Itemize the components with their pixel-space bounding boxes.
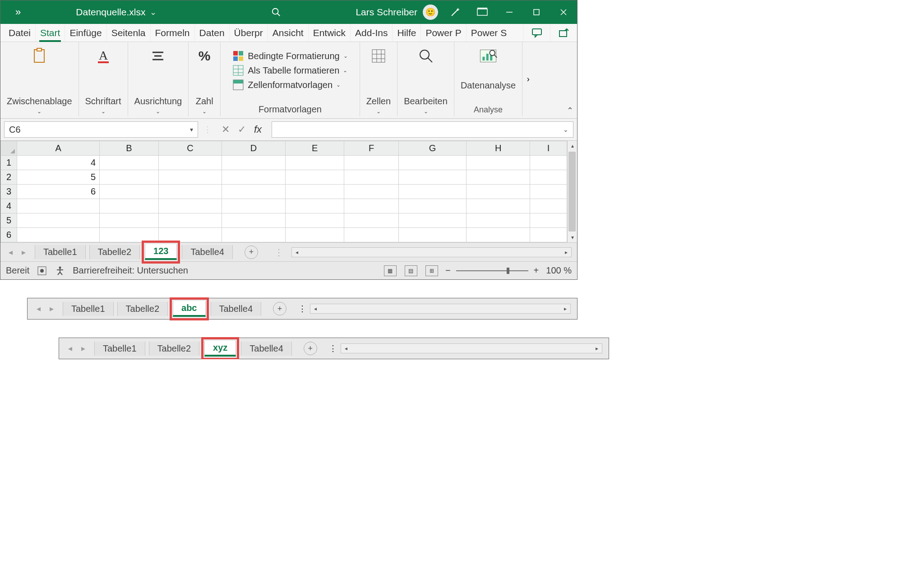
name-box[interactable]: C6 ▾ — [4, 121, 198, 138]
cell[interactable] — [222, 228, 286, 242]
tab-power-pivot[interactable]: Power P — [420, 24, 466, 42]
tab-ansicht[interactable]: Ansicht — [268, 24, 308, 42]
scroll-left-icon[interactable]: ◂ — [310, 306, 320, 312]
chevron-down-icon[interactable]: ▾ — [190, 126, 193, 133]
zoom-slider[interactable]: − + — [445, 265, 539, 276]
cell[interactable] — [158, 185, 222, 199]
row-header[interactable]: 5 — [1, 213, 17, 228]
chevron-down-icon[interactable]: ⌄ — [563, 126, 568, 133]
group-analysis[interactable]: Datenanalyse Analyse — [454, 42, 522, 116]
select-all-corner[interactable] — [1, 141, 17, 156]
cell[interactable] — [285, 199, 344, 213]
cell[interactable] — [344, 213, 398, 228]
collapse-ribbon-button[interactable]: ⌃ — [567, 106, 573, 116]
share-button[interactable] — [550, 24, 577, 42]
sheet-tab[interactable]: Tabelle4 — [182, 245, 233, 259]
cell[interactable] — [467, 170, 530, 185]
cell[interactable] — [100, 213, 159, 228]
cell[interactable] — [222, 185, 286, 199]
cell[interactable] — [344, 228, 398, 242]
cell[interactable] — [222, 213, 286, 228]
add-sheet-button[interactable]: + — [245, 246, 258, 259]
tab-ueberpruefen[interactable]: Überpr — [229, 24, 268, 42]
ribbon-display-button[interactable] — [469, 8, 496, 17]
sheet-nav-prev-icon[interactable]: ◂ — [9, 247, 13, 257]
search-area[interactable] — [196, 7, 356, 17]
cell[interactable] — [100, 199, 159, 213]
row-header[interactable]: 4 — [1, 199, 17, 213]
sheet-tab[interactable]: Tabelle1 — [63, 302, 114, 316]
vertical-scrollbar[interactable]: ▴ ▾ — [567, 141, 577, 242]
sheet-tab[interactable]: Tabelle2 — [149, 342, 200, 356]
cell[interactable] — [530, 213, 567, 228]
tab-power-s[interactable]: Power S — [466, 24, 511, 42]
group-clipboard[interactable]: Zwischenablage⌄ — [0, 42, 79, 116]
cell[interactable] — [158, 213, 222, 228]
scroll-right-icon[interactable]: ▸ — [560, 306, 570, 312]
sheet-nav-prev-icon[interactable]: ◂ — [68, 343, 72, 353]
tab-entwicklertools[interactable]: Entwick — [308, 24, 350, 42]
cell[interactable] — [467, 213, 530, 228]
horizontal-scrollbar[interactable]: ◂ ▸ — [341, 343, 602, 353]
sheet-tab[interactable]: Tabelle4 — [241, 342, 292, 356]
col-header[interactable]: I — [530, 141, 567, 156]
horizontal-scrollbar[interactable]: ◂ ▸ — [310, 304, 571, 314]
cell[interactable] — [398, 185, 467, 199]
formula-input[interactable]: ⌄ — [272, 121, 573, 138]
zoom-thumb[interactable] — [507, 268, 509, 274]
cell[interactable] — [398, 228, 467, 242]
sheet-tab[interactable]: Tabelle4 — [211, 302, 262, 316]
row-header[interactable]: 6 — [1, 228, 17, 242]
avatar[interactable]: 🙂 — [423, 5, 438, 20]
cell[interactable] — [398, 199, 467, 213]
cell[interactable]: 6 — [17, 185, 100, 199]
cell[interactable] — [285, 170, 344, 185]
col-header[interactable]: G — [398, 141, 467, 156]
macro-record-icon[interactable] — [37, 265, 47, 276]
cell[interactable] — [530, 199, 567, 213]
sheet-nav[interactable]: ◂ ▸ — [3, 247, 31, 257]
quick-access-overflow[interactable]: » — [0, 6, 37, 18]
cell[interactable] — [222, 170, 286, 185]
cell[interactable] — [100, 156, 159, 170]
cell[interactable] — [530, 156, 567, 170]
add-sheet-button[interactable]: + — [273, 302, 286, 315]
cell[interactable] — [158, 199, 222, 213]
cell[interactable] — [100, 185, 159, 199]
scroll-up-icon[interactable]: ▴ — [568, 141, 577, 151]
comments-button[interactable] — [523, 24, 550, 42]
row-header[interactable]: 2 — [1, 170, 17, 185]
document-title[interactable]: Datenquelle.xlsx — [76, 7, 145, 18]
zoom-out-button[interactable]: − — [445, 265, 451, 276]
sheet-tab[interactable]: Tabelle2 — [117, 302, 168, 316]
title-chevron-icon[interactable]: ⌄ — [150, 7, 157, 17]
sheet-tab-active[interactable]: 123 — [145, 244, 177, 260]
tab-daten[interactable]: Daten — [194, 24, 229, 42]
add-sheet-button[interactable]: + — [304, 342, 317, 355]
group-number[interactable]: % Zahl⌄ — [189, 42, 221, 116]
col-header[interactable]: F — [344, 141, 398, 156]
cell[interactable] — [158, 156, 222, 170]
cell[interactable] — [344, 185, 398, 199]
cell[interactable] — [158, 170, 222, 185]
zoom-in-button[interactable]: + — [534, 265, 539, 276]
cell[interactable] — [158, 228, 222, 242]
group-font[interactable]: A Schriftart⌄ — [79, 42, 128, 116]
cell[interactable] — [222, 156, 286, 170]
col-header[interactable]: C — [158, 141, 222, 156]
cell[interactable] — [222, 199, 286, 213]
scroll-right-icon[interactable]: ▸ — [592, 345, 602, 352]
zoom-level[interactable]: 100 % — [546, 265, 572, 276]
sheet-tab-active[interactable]: xyz — [204, 341, 236, 357]
cell-styles-button[interactable]: Zellenformatvorlagen⌄ — [232, 79, 347, 91]
confirm-formula-button[interactable]: ✓ — [238, 124, 246, 135]
sheet-nav[interactable]: ◂ ▸ — [31, 304, 59, 314]
scroll-left-icon[interactable]: ◂ — [292, 249, 302, 255]
cell[interactable] — [530, 228, 567, 242]
cell[interactable]: 5 — [17, 170, 100, 185]
maximize-button[interactable] — [523, 0, 550, 24]
cell[interactable] — [285, 156, 344, 170]
cell[interactable] — [17, 199, 100, 213]
col-header[interactable]: H — [467, 141, 530, 156]
cell[interactable] — [17, 213, 100, 228]
